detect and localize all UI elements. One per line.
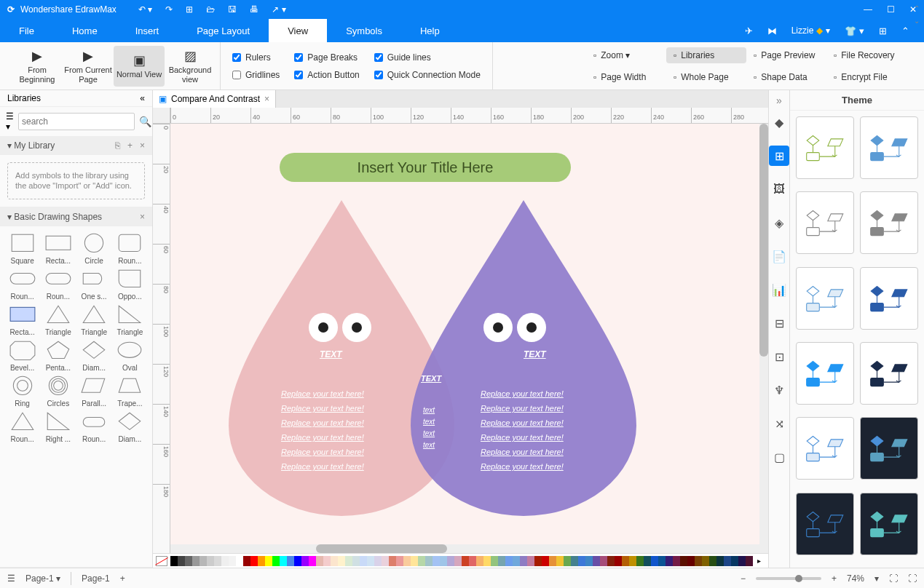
theme-thumb[interactable] xyxy=(796,116,854,179)
color-swatch[interactable] xyxy=(221,556,229,566)
color-swatch[interactable] xyxy=(505,556,513,566)
color-swatch[interactable] xyxy=(236,556,243,566)
shape-data-button[interactable]: ▫ Shape Data xyxy=(746,69,826,85)
expand-right-icon[interactable]: » xyxy=(776,95,782,106)
theme-thumb[interactable] xyxy=(860,267,918,330)
no-color-swatch[interactable] xyxy=(156,556,167,566)
color-swatch[interactable] xyxy=(658,556,666,566)
shape-oppo[interactable]: Oppo... xyxy=(114,268,146,301)
shape-trape[interactable]: Trape... xyxy=(114,375,146,408)
open-icon[interactable]: 🗁 xyxy=(206,4,215,15)
theme-thumb[interactable] xyxy=(860,493,918,555)
color-swatch[interactable] xyxy=(491,556,498,566)
color-swatch[interactable] xyxy=(469,556,476,566)
zoom-in-icon[interactable]: + xyxy=(832,573,837,584)
page-selector[interactable]: Page-1 ▾ xyxy=(25,573,60,584)
left-drop-label[interactable]: TEXT xyxy=(320,349,342,359)
color-swatch[interactable] xyxy=(462,556,469,566)
color-swatch[interactable] xyxy=(673,556,680,566)
color-swatch[interactable] xyxy=(374,556,382,566)
color-swatch[interactable] xyxy=(425,556,433,566)
shape-ring[interactable]: Ring xyxy=(6,375,39,408)
right-text-lines[interactable]: Replace your text here!Replace your text… xyxy=(481,389,564,471)
shape-triangle[interactable]: Triangle xyxy=(78,303,111,336)
color-swatch[interactable] xyxy=(600,556,607,566)
color-swatch[interactable] xyxy=(331,556,338,566)
theme-thumb[interactable] xyxy=(796,493,854,555)
color-swatch[interactable] xyxy=(534,556,542,566)
color-swatch[interactable] xyxy=(433,556,440,566)
color-swatch[interactable] xyxy=(214,556,221,566)
redo-icon[interactable]: ↷ xyxy=(165,4,173,15)
theme-thumb[interactable] xyxy=(796,342,854,405)
title-shape[interactable]: Insert Your Title Here xyxy=(280,153,571,182)
shape-roun[interactable]: Roun... xyxy=(6,410,39,443)
shape-recta[interactable]: Recta... xyxy=(42,232,74,265)
color-swatch[interactable] xyxy=(360,556,367,566)
shape-diam[interactable]: Diam... xyxy=(78,339,111,372)
maximize-icon[interactable]: ☐ xyxy=(887,4,895,15)
menu-view[interactable]: View xyxy=(269,19,327,42)
gridlines-checkbox[interactable]: Gridlines xyxy=(232,70,280,80)
color-swatch[interactable] xyxy=(564,556,571,566)
color-swatch[interactable] xyxy=(680,556,687,566)
color-swatch[interactable] xyxy=(170,556,178,566)
table-icon[interactable]: ⊟ xyxy=(769,313,789,333)
zoom-dropdown-icon[interactable]: ▾ xyxy=(874,573,879,584)
shape-recta[interactable]: Recta... xyxy=(6,303,39,336)
color-swatch[interactable] xyxy=(200,556,207,566)
tree-icon[interactable]: ♆ xyxy=(769,380,789,400)
color-swatch[interactable] xyxy=(345,556,352,566)
theme-thumb[interactable] xyxy=(796,417,854,480)
right-drop-label[interactable]: TEXT xyxy=(524,349,546,359)
apps-icon[interactable]: ⊞ xyxy=(879,25,887,36)
shape-oval[interactable]: Oval xyxy=(114,339,146,372)
background-view-button[interactable]: ▨Background view xyxy=(165,46,216,87)
color-swatch[interactable] xyxy=(250,556,258,566)
canvas[interactable]: Insert Your Title Here TEXT TEXT TEXT Re… xyxy=(170,124,768,553)
menu-insert[interactable]: Insert xyxy=(117,19,178,42)
color-swatch[interactable] xyxy=(207,556,214,566)
shirt-icon[interactable]: 👕 ▾ xyxy=(845,25,864,36)
document-tab[interactable]: ▣ Compare And Contrast × xyxy=(153,90,276,108)
theme-thumb[interactable] xyxy=(796,191,854,254)
color-swatch[interactable] xyxy=(549,556,556,566)
whole-page-button[interactable]: ▫ Whole Page xyxy=(666,69,746,85)
color-swatch[interactable] xyxy=(702,556,709,566)
color-swatch[interactable] xyxy=(272,556,280,566)
vertical-scrollbar[interactable] xyxy=(759,124,768,553)
search-input[interactable] xyxy=(18,113,135,130)
action-button-checkbox[interactable]: Action Button xyxy=(294,70,359,80)
color-swatch[interactable] xyxy=(243,556,250,566)
from-current-page-button[interactable]: ▶From Current Page xyxy=(63,46,114,87)
page-preview-button[interactable]: ▫ Page Preview xyxy=(746,47,826,63)
color-swatch[interactable] xyxy=(309,556,316,566)
shape-roun[interactable]: Roun... xyxy=(6,268,39,301)
shape-triangle[interactable]: Triangle xyxy=(114,303,146,336)
shape-diam[interactable]: Diam... xyxy=(114,410,146,443)
color-swatch[interactable] xyxy=(666,556,673,566)
color-swatch[interactable] xyxy=(731,556,738,566)
color-swatch[interactable] xyxy=(629,556,636,566)
color-swatch[interactable] xyxy=(338,556,345,566)
left-eyes[interactable] xyxy=(309,313,371,342)
left-text-lines[interactable]: Replace your text here!Replace your text… xyxy=(281,389,364,471)
color-swatch[interactable] xyxy=(287,556,294,566)
color-swatch[interactable] xyxy=(651,556,658,566)
color-swatch[interactable] xyxy=(258,556,265,566)
color-swatch[interactable] xyxy=(724,556,731,566)
color-swatch[interactable] xyxy=(636,556,644,566)
file-recovery-button[interactable]: ▫ File Recovery xyxy=(826,47,907,63)
zoom-out-icon[interactable]: − xyxy=(741,573,746,584)
color-swatch[interactable] xyxy=(498,556,505,566)
minimize-icon[interactable]: — xyxy=(864,4,872,15)
page-list-icon[interactable]: ☰ xyxy=(7,573,15,584)
guide-lines-checkbox[interactable]: Guide lines xyxy=(374,52,481,63)
collapse-ribbon-icon[interactable]: ⌃ xyxy=(901,25,909,36)
shuffle-icon[interactable]: ⤨ xyxy=(769,413,789,434)
color-swatch[interactable] xyxy=(301,556,309,566)
shape-circles[interactable]: Circles xyxy=(42,375,74,408)
color-swatch[interactable] xyxy=(403,556,411,566)
page-width-button[interactable]: ▫ Page Width xyxy=(586,69,666,85)
shape-roun[interactable]: Roun... xyxy=(78,410,111,443)
